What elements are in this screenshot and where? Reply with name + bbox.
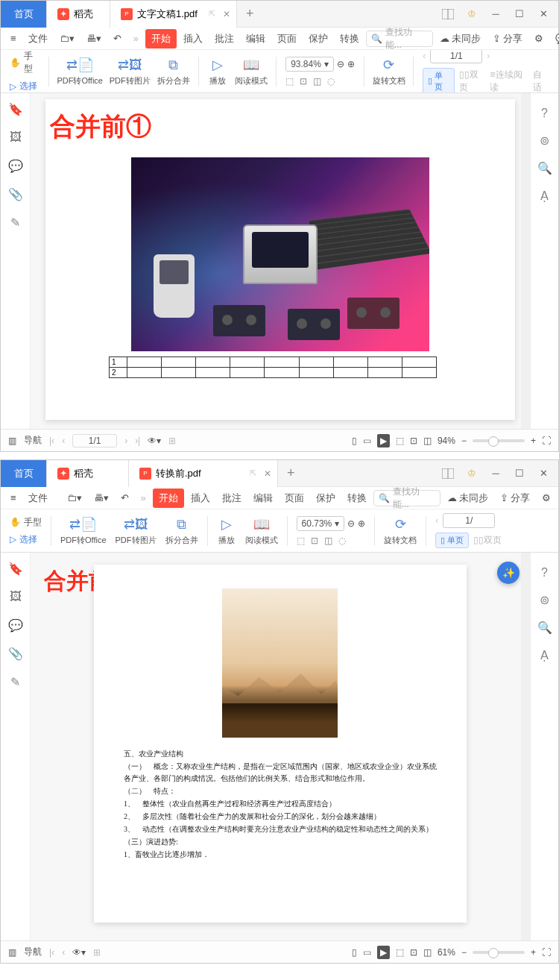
fit-icon-1[interactable]: ⬚ <box>396 947 404 958</box>
menu-edit[interactable]: 编辑 <box>248 489 278 508</box>
tab-file[interactable]: P 转换前.pdf ⇱ ✕ <box>129 460 278 487</box>
tool-read-mode[interactable]: 📖阅读模式 <box>242 515 281 546</box>
menu-protect[interactable]: 保护 <box>303 29 333 48</box>
new-tab-button[interactable]: + <box>237 6 263 22</box>
share-button[interactable]: ⇪分享 <box>487 29 528 48</box>
sidebar-toggle-icon[interactable]: ▥ <box>8 947 16 958</box>
print-icon[interactable]: 🖶▾ <box>89 489 114 508</box>
fit-page-icon[interactable]: ⊡ <box>300 76 307 87</box>
tool-rotate[interactable]: ⟳旋转文档 <box>381 515 420 546</box>
view-mode-icon-2[interactable]: ▭ <box>363 947 371 958</box>
crown-icon[interactable]: ♔ <box>460 3 484 25</box>
tool-select[interactable]: ▷选择 <box>7 532 45 547</box>
dashed-icon[interactable]: ◌ <box>338 535 346 546</box>
tab-file[interactable]: P 文字文稿1.pdf ⇱ ✕ <box>110 1 237 28</box>
menu-page[interactable]: 页面 <box>272 29 302 48</box>
eye-icon[interactable]: 👁▾ <box>72 947 86 958</box>
vertical-scrollbar[interactable] <box>521 553 530 940</box>
fullscreen-icon[interactable]: ⛶ <box>542 947 551 958</box>
thumbnail-icon[interactable]: 🖼 <box>7 129 24 145</box>
gear-icon[interactable]: ⚙ <box>529 29 549 48</box>
menu-protect[interactable]: 保护 <box>311 489 341 508</box>
last-page-icon[interactable]: ›| <box>135 436 140 446</box>
fit-width-icon[interactable]: ⬚ <box>285 76 294 87</box>
minimize-button[interactable]: ─ <box>484 462 508 485</box>
fit-page-icon[interactable]: ⊡ <box>311 535 318 546</box>
minimize-button[interactable]: ─ <box>484 3 508 25</box>
tab-daoke[interactable]: ✦ 稻壳 <box>47 1 110 28</box>
bookmark-icon[interactable]: 🔖 <box>7 101 24 117</box>
close-window-button[interactable]: ✕ <box>531 3 555 25</box>
pin-icon[interactable]: ⇱ <box>209 9 215 19</box>
help-icon[interactable]: ? <box>541 107 548 120</box>
menu-convert[interactable]: 转换 <box>342 489 372 508</box>
fit-icon-3[interactable]: ◫ <box>423 436 432 446</box>
tool-split-merge[interactable]: ⧉拆分合并 <box>155 56 192 87</box>
tab-home[interactable]: 首页 <box>1 460 47 487</box>
grid-icon[interactable]: ⊞ <box>168 436 176 446</box>
attachment-icon[interactable]: 📎 <box>7 186 24 202</box>
status-page-input[interactable]: 1/1 <box>72 434 117 447</box>
signature-icon[interactable]: ✎ <box>7 214 24 230</box>
open-icon[interactable]: 🗀▾ <box>54 29 80 48</box>
zoom-in-button[interactable]: + <box>531 947 536 958</box>
page-input[interactable]: 1/ <box>443 513 495 528</box>
layout-icon[interactable] <box>436 462 460 485</box>
undo-icon[interactable]: ↶ <box>116 489 134 508</box>
menu-insert[interactable]: 插入 <box>186 489 215 508</box>
nav-label[interactable]: 导航 <box>24 434 42 447</box>
close-tab-icon[interactable]: ✕ <box>223 9 230 19</box>
more-icon[interactable]: » <box>128 29 144 48</box>
comment-icon[interactable]: 💬 <box>7 157 24 174</box>
zoom-slider[interactable] <box>473 951 525 954</box>
tool-hand[interactable]: ✋手型 <box>7 50 42 77</box>
prev-page-icon[interactable]: ‹ <box>423 51 426 61</box>
zoom-tool-icon[interactable]: 🔍 <box>537 161 552 175</box>
bookmark-icon[interactable]: 🔖 <box>7 560 24 577</box>
zoom-input[interactable]: 60.73%▾ <box>297 516 345 531</box>
tool-play[interactable]: ▷播放 <box>205 56 230 87</box>
settings-icon[interactable]: ⊚ <box>540 134 549 148</box>
zoom-in-icon[interactable]: ⊕ <box>347 59 355 69</box>
menu-annotate[interactable]: 批注 <box>217 489 247 508</box>
crop-icon[interactable]: ◫ <box>324 535 332 546</box>
prev-page-icon[interactable]: ‹ <box>435 515 438 526</box>
crop-icon[interactable]: ◫ <box>313 76 321 87</box>
zoom-input[interactable]: 93.84%▾ <box>285 57 334 72</box>
view-single-page[interactable]: ▯单页 <box>423 68 455 94</box>
canvas[interactable]: 合并前② ✨ 五、农业产业结构 （一） 概念：又称农业生产结构，是指在一定区域范… <box>31 553 530 940</box>
menu-insert[interactable]: 插入 <box>178 29 208 48</box>
next-page-icon[interactable]: › <box>487 51 490 61</box>
zoom-in-icon[interactable]: ⊕ <box>358 518 365 529</box>
menu-file[interactable]: 文件 <box>23 489 53 508</box>
view-mode-icon-3[interactable]: ▶ <box>377 434 390 447</box>
tab-daoke[interactable]: ✦ 稻壳 <box>47 460 129 487</box>
view-auto[interactable]: 自适 <box>533 69 549 94</box>
more-icon[interactable]: » <box>136 489 151 508</box>
view-double-page[interactable]: ▯▯双页 <box>473 534 502 547</box>
help-icon[interactable]: ? <box>541 566 548 579</box>
nav-label[interactable]: 导航 <box>24 946 42 958</box>
tool-play[interactable]: ▷播放 <box>214 515 239 546</box>
menu-edit[interactable]: 编辑 <box>241 29 271 48</box>
maximize-button[interactable]: ☐ <box>508 462 531 485</box>
first-page-icon[interactable]: |‹ <box>49 436 54 446</box>
eye-icon[interactable]: 👁▾ <box>148 436 161 446</box>
close-window-button[interactable]: ✕ <box>531 462 555 485</box>
zoom-out-icon[interactable]: ⊖ <box>337 59 344 69</box>
hamburger-icon[interactable]: ≡ <box>5 29 22 48</box>
close-tab-icon[interactable]: ✕ <box>264 468 271 479</box>
hamburger-icon[interactable]: ≡ <box>5 489 22 508</box>
tool-pdf-to-image[interactable]: ⇄🖼PDF转图片 <box>113 515 160 546</box>
maximize-button[interactable]: ☐ <box>508 3 531 25</box>
sync-status[interactable]: ☁未同步 <box>442 489 493 508</box>
grid-icon[interactable]: ⊞ <box>93 947 101 958</box>
pin-icon[interactable]: ⇱ <box>250 468 256 478</box>
tool-hand[interactable]: ✋手型 <box>7 515 45 530</box>
sync-status[interactable]: ☁未同步 <box>435 29 486 48</box>
tool-split-merge[interactable]: ⧉拆分合并 <box>162 515 201 546</box>
comment-icon[interactable]: 💬 <box>7 617 24 633</box>
menu-page[interactable]: 页面 <box>280 489 309 508</box>
view-mode-icon-1[interactable]: ▯ <box>352 947 357 958</box>
undo-icon[interactable]: ↶ <box>108 29 127 48</box>
